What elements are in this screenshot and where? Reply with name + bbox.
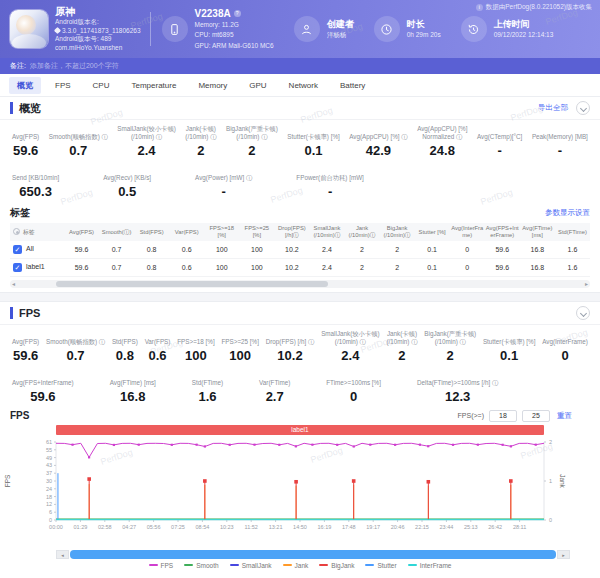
stat-label: BigJank(严重卡顿)(/10min) ⓘ xyxy=(424,330,476,346)
fps-section-header: FPS xyxy=(0,302,600,325)
fps-stats-row1: Avg(FPS) 59.6 Smooth(顺畅指数) ⓘ 0.7 Std(FPS… xyxy=(0,325,600,366)
clock-icon xyxy=(374,16,400,42)
tag-label: All xyxy=(26,245,34,252)
column-header: Avg(FPS+InterFrame) xyxy=(485,223,520,241)
cell-value: 0.6 xyxy=(169,241,204,259)
chart-scrollbar-thumb[interactable] xyxy=(70,550,556,559)
cell-value: 16.8 xyxy=(520,259,555,277)
cell-value: 2 xyxy=(345,241,380,259)
chart-scroll-right-button[interactable]: ▸ xyxy=(557,550,570,559)
fps-threshold-input-2[interactable] xyxy=(522,410,550,422)
stat-item: BigJank(严重卡顿)(/10min) ⓘ 2 xyxy=(424,330,476,363)
tags-section: 标签 参数显示设置 标签Avg(FPS)Smooth(ⓘ)Std(FPS)Var… xyxy=(0,202,600,277)
legend-item-bigjank[interactable]: BigJank xyxy=(319,562,354,569)
scroll-right-icon[interactable]: ▸ xyxy=(585,280,588,288)
display-icon[interactable] xyxy=(13,228,20,235)
info-icon[interactable]: ? xyxy=(234,10,241,17)
stat-item: Avg(Recv) [KB/s] 0.5 xyxy=(103,166,151,199)
legend-item-fps[interactable]: FPS xyxy=(149,562,174,569)
stat-label: FPS>=18 [%] xyxy=(177,330,214,346)
stat-value: 42.9 xyxy=(349,143,407,158)
stat-label: Smooth(顺畅指数) ⓘ xyxy=(46,330,105,346)
svg-text:28:11: 28:11 xyxy=(513,524,526,530)
column-header: Avg(InterFrame) xyxy=(450,223,485,241)
param-display-settings-link[interactable]: 参数显示设置 xyxy=(545,208,590,218)
creator-value: 洋杨杨 xyxy=(327,31,354,40)
tab-1[interactable]: FPS xyxy=(47,78,79,93)
chart-horizontal-scrollbar[interactable]: ◂ ▸ xyxy=(56,550,570,559)
checkbox-checked-icon[interactable]: ✓ xyxy=(13,245,22,254)
stat-value: 0.5 xyxy=(103,184,151,199)
stat-value: - xyxy=(195,184,252,199)
tags-horizontal-scrollbar[interactable]: ◂ ▸ xyxy=(10,280,590,288)
svg-text:Jank: Jank xyxy=(559,474,566,488)
tab-0[interactable]: 概览 xyxy=(9,77,41,94)
tab-bar: 概览FPSCPUTemperatureMemoryGPUNetworkBatte… xyxy=(0,74,600,97)
device-gpu: GPU: ARM Mali-G610 MC6 xyxy=(195,42,274,51)
app-header: 原神 Android版本名: 3.3.0_11741873_11806263 A… xyxy=(0,0,600,58)
svg-text:24: 24 xyxy=(46,486,52,492)
header-divider xyxy=(150,12,151,46)
cell-value: 0.7 xyxy=(99,259,134,277)
stat-item: Drop(FPS) [/h] ⓘ 10.2 xyxy=(266,330,315,363)
stat-label: FPower(前台功耗) [mW] xyxy=(296,166,364,182)
chart-scroll-left-button[interactable]: ◂ xyxy=(56,550,69,559)
collect-version-note: i 数据由PerfDog(8.0.221052)版本收集 xyxy=(476,3,592,12)
stat-label: Avg(CTemp)[°C] xyxy=(477,125,522,141)
stat-value: 59.6 xyxy=(12,348,39,363)
overview-section-header: 概览 导出全部 xyxy=(0,97,600,120)
stat-item: Avg(Power) [mW] ⓘ - xyxy=(195,166,252,199)
svg-text:37: 37 xyxy=(46,470,52,476)
stat-item: Jank(卡顿)(/10min) ⓘ 2 xyxy=(386,330,417,363)
stat-item: FPS>=25 [%] 100 xyxy=(221,330,258,363)
stat-item: SmallJank(较小卡顿)(/10min) ⓘ 2.4 xyxy=(117,125,175,158)
svg-text:20:46: 20:46 xyxy=(391,524,405,530)
export-all-link[interactable]: 导出全部 xyxy=(538,103,568,113)
stat-label: SmallJank(较小卡顿)(/10min) ⓘ xyxy=(321,330,379,346)
legend-item-interframe[interactable]: InterFrame xyxy=(408,562,452,569)
note-bar[interactable]: 备注: 添加备注，不超过200个字符 xyxy=(0,58,600,74)
stat-value: - xyxy=(477,143,522,158)
legend-item-smooth[interactable]: Smooth xyxy=(184,562,218,569)
person-icon xyxy=(294,16,320,42)
cell-value: 0.6 xyxy=(169,259,204,277)
legend-item-jank[interactable]: Jank xyxy=(283,562,309,569)
stat-value: 0.7 xyxy=(46,348,105,363)
column-header: Smooth(ⓘ) xyxy=(99,223,134,241)
upload-time-block: 上传时间 09/12/2022 12:14:13 xyxy=(461,16,554,42)
tab-6[interactable]: Network xyxy=(281,78,326,93)
cell-value: 59.6 xyxy=(485,259,520,277)
stat-label: Var(FPS) xyxy=(145,330,171,346)
stat-item: Send [KB/10min] 650.3 xyxy=(12,166,59,199)
reset-link[interactable]: 重置 xyxy=(557,411,572,421)
table-row[interactable]: ✓label1 59.60.70.80.610010010.22.4220.10… xyxy=(10,259,590,277)
stat-item: SmallJank(较小卡顿)(/10min) ⓘ 2.4 xyxy=(321,330,379,363)
legend-item-stutter[interactable]: Stutter xyxy=(365,562,396,569)
scroll-left-icon[interactable]: ◂ xyxy=(12,280,15,288)
stat-value: 2.7 xyxy=(259,389,290,404)
collapse-fps-button[interactable] xyxy=(576,306,590,320)
stat-value: 0 xyxy=(542,348,588,363)
tab-7[interactable]: Battery xyxy=(332,78,373,93)
tab-3[interactable]: Temperature xyxy=(123,78,184,93)
legend-item-smalljank[interactable]: SmallJank xyxy=(230,562,272,569)
stat-label: Delta(FTime)>=100ms [/h] ⓘ xyxy=(417,371,498,387)
stat-item: FTime>=100ms [%] 0 xyxy=(326,371,381,404)
upload-time-icon xyxy=(461,16,487,42)
tab-4[interactable]: Memory xyxy=(190,78,235,93)
stat-value: 100 xyxy=(221,348,258,363)
tab-2[interactable]: CPU xyxy=(85,78,118,93)
stat-label: Peak(Memory) [MB] xyxy=(532,125,588,141)
tab-5[interactable]: GPU xyxy=(241,78,274,93)
stat-label: Avg(FPS+InterFrame) xyxy=(12,371,74,387)
tags-scrollbar-thumb[interactable] xyxy=(56,281,328,287)
checkbox-checked-icon[interactable]: ✓ xyxy=(13,263,22,272)
table-row[interactable]: ✓All 59.60.70.80.610010010.22.4220.1059.… xyxy=(10,241,590,259)
svg-text:05:56: 05:56 xyxy=(147,524,161,530)
stat-label: Avg(FTime) [ms] xyxy=(110,371,156,387)
svg-text:2: 2 xyxy=(549,439,552,445)
svg-text:30: 30 xyxy=(46,478,52,484)
cell-value: 1.6 xyxy=(555,241,590,259)
collapse-overview-button[interactable] xyxy=(576,101,590,115)
fps-threshold-input-1[interactable] xyxy=(489,410,517,422)
